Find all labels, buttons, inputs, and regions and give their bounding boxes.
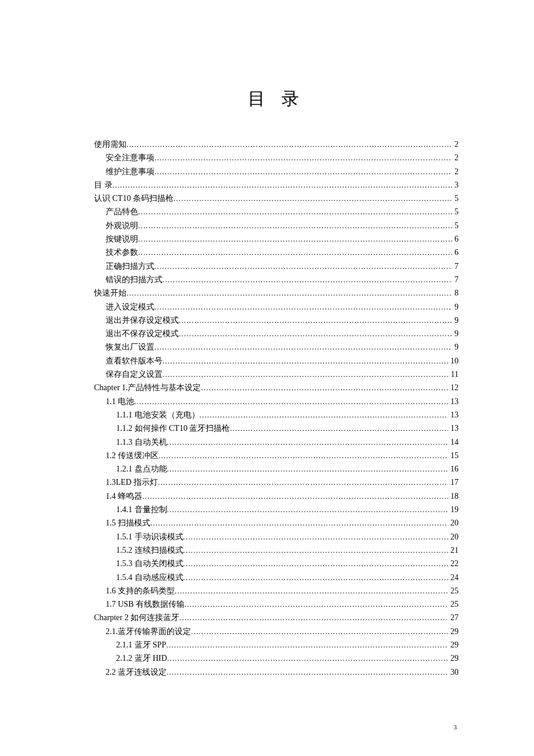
toc-leader (150, 516, 448, 530)
toc-entry[interactable]: 1.4 蜂鸣器18 (94, 489, 459, 503)
page-title: 目 录 (94, 87, 459, 111)
toc-leader (167, 462, 449, 476)
toc-leader (167, 665, 448, 679)
toc-entry[interactable]: 1.7 USB 有线数据传输25 (94, 597, 459, 611)
toc-entry-page: 13 (448, 422, 459, 435)
toc-leader (138, 246, 452, 259)
toc-leader (167, 651, 448, 665)
toc-entry[interactable]: 1.1 电池13 (94, 395, 459, 408)
toc-entry[interactable]: 按键说明6 (94, 232, 459, 246)
toc-leader (185, 597, 448, 611)
toc-leader (174, 192, 452, 205)
toc-entry[interactable]: 1.5.3 自动关闭模式22 (94, 557, 459, 570)
toc-entry-label: 1.2 传送缓冲区 (106, 449, 158, 462)
toc-entry-page: 9 (452, 327, 459, 340)
table-of-contents: 使用需知2安全注意事项2维护注意事项2目 录3认识 CT10 条码扫描枪5产品特… (94, 138, 459, 679)
toc-entry-label: 维护注意事项 (106, 165, 154, 178)
toc-entry[interactable]: 目 录3 (94, 178, 459, 192)
toc-leader (154, 151, 452, 164)
toc-entry[interactable]: 1.2 传送缓冲区15 (94, 449, 459, 462)
toc-entry-page: 29 (448, 651, 459, 665)
toc-entry[interactable]: 1.5 扫描模式20 (94, 516, 459, 530)
toc-entry[interactable]: 1.5.4 自动感应模式24 (94, 571, 459, 584)
toc-entry[interactable]: 1.1.1 电池安装（充电）13 (94, 408, 459, 422)
toc-entry-page: 16 (448, 462, 459, 476)
toc-entry-page: 13 (448, 395, 459, 408)
toc-entry-page: 30 (448, 665, 459, 679)
toc-leader (142, 489, 448, 503)
toc-entry[interactable]: 维护注意事项2 (94, 165, 459, 178)
toc-entry[interactable]: 1.1.3 自动关机14 (94, 435, 459, 449)
toc-entry-label: 外观说明 (106, 219, 138, 232)
toc-entry[interactable]: 1.1.2 如何操作 CT10 蓝牙扫描枪13 (94, 422, 459, 435)
toc-entry[interactable]: 外观说明5 (94, 219, 459, 232)
toc-leader (138, 232, 452, 246)
toc-entry-page: 6 (452, 232, 459, 246)
toc-leader (138, 219, 452, 232)
toc-leader (154, 340, 452, 354)
toc-entry[interactable]: 1.3LED 指示灯17 (94, 476, 459, 489)
toc-entry-label: 查看软件版本号 (106, 354, 163, 368)
toc-entry-page: 9 (452, 314, 459, 327)
toc-entry[interactable]: Charpter 2 如何连接蓝牙27 (94, 611, 459, 624)
toc-entry[interactable]: 查看软件版本号10 (94, 354, 459, 368)
toc-entry-page: 8 (452, 286, 459, 300)
toc-entry-page: 17 (448, 476, 459, 489)
toc-entry[interactable]: 快速开始8 (94, 286, 459, 300)
toc-entry-label: 保存自定义设置 (106, 368, 163, 381)
toc-entry[interactable]: Chapter 1.产品特性与基本设定12 (94, 381, 459, 394)
toc-entry[interactable]: 退出不保存设定模式9 (94, 327, 459, 340)
toc-entry[interactable]: 1.4.1 音量控制19 (94, 503, 459, 516)
toc-entry-label: 按键说明 (106, 232, 138, 246)
toc-entry-page: 10 (448, 354, 459, 368)
toc-leader (166, 638, 448, 651)
toc-entry-label: 退出并保存设定模式 (106, 314, 179, 327)
toc-entry[interactable]: 退出并保存设定模式9 (94, 314, 459, 327)
toc-leader (163, 368, 449, 381)
toc-entry-label: 1.2.1 盘点功能 (116, 462, 167, 476)
toc-entry[interactable]: 安全注意事项2 (94, 151, 459, 164)
toc-entry[interactable]: 恢复出厂设置9 (94, 340, 459, 354)
toc-entry-label: 1.5.2 连续扫描模式 (116, 543, 183, 557)
toc-entry[interactable]: 2.1.蓝牙传输界面的设定29 (94, 625, 459, 638)
toc-entry[interactable]: 1.5.2 连续扫描模式21 (94, 543, 459, 557)
toc-entry[interactable]: 1.5.1 手动识读模式20 (94, 530, 459, 543)
toc-entry[interactable]: 保存自定义设置11 (94, 368, 459, 381)
toc-entry[interactable]: 1.2.1 盘点功能16 (94, 462, 459, 476)
toc-entry-page: 19 (448, 503, 459, 516)
toc-entry-page: 25 (448, 597, 459, 611)
toc-entry-page: 9 (452, 300, 459, 314)
toc-entry-label: 1.5 扫描模式 (106, 516, 150, 530)
toc-entry[interactable]: 进入设定模式9 (94, 300, 459, 314)
toc-entry-page: 24 (448, 571, 459, 584)
toc-entry[interactable]: 2.1.2 蓝牙 HID29 (94, 651, 459, 665)
toc-entry-page: 9 (452, 340, 459, 354)
toc-entry-page: 25 (448, 584, 459, 597)
toc-entry[interactable]: 1.6 支持的条码类型25 (94, 584, 459, 597)
toc-entry-page: 21 (448, 543, 459, 557)
toc-leader (154, 300, 452, 314)
toc-entry[interactable]: 使用需知2 (94, 138, 459, 151)
toc-entry[interactable]: 2.1.1 蓝牙 SPP29 (94, 638, 459, 651)
toc-entry-label: 1.6 支持的条码类型 (106, 584, 175, 597)
toc-entry[interactable]: 产品特色5 (94, 205, 459, 218)
toc-entry-label: 1.1.2 如何操作 CT10 蓝牙扫描枪 (116, 422, 230, 435)
toc-leader (183, 571, 449, 584)
toc-entry[interactable]: 正确扫描方式7 (94, 260, 459, 273)
toc-leader (183, 543, 449, 557)
toc-entry-label: 1.5.3 自动关闭模式 (116, 557, 183, 570)
toc-entry[interactable]: 认识 CT10 条码扫描枪5 (94, 192, 459, 205)
toc-entry-page: 5 (452, 192, 459, 205)
toc-entry-label: 退出不保存设定模式 (106, 327, 179, 340)
toc-entry-page: 5 (452, 205, 459, 218)
toc-entry-label: 认识 CT10 条码扫描枪 (94, 192, 174, 205)
toc-entry-page: 3 (452, 178, 459, 192)
toc-entry[interactable]: 错误的扫描方式7 (94, 273, 459, 286)
toc-entry[interactable]: 技术参数6 (94, 246, 459, 259)
toc-entry-page: 29 (448, 638, 459, 651)
toc-entry-page: 13 (448, 408, 459, 422)
toc-entry-label: 1.7 USB 有线数据传输 (106, 597, 185, 611)
toc-leader (138, 205, 452, 218)
toc-entry-label: 2.1.2 蓝牙 HID (116, 651, 167, 665)
toc-entry[interactable]: 2.2 蓝牙连线设定30 (94, 665, 459, 679)
